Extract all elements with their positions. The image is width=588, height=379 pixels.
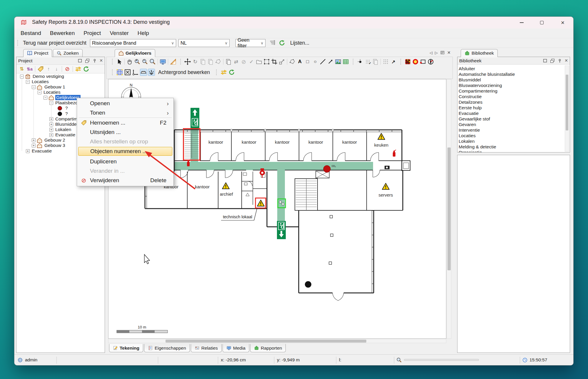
pan-tool-icon[interactable] [126,58,133,65]
menu-tonen[interactable]: Tonen› [78,108,172,118]
fire-extinguisher[interactable] [393,150,396,157]
library-item[interactable]: Bluswatervoorziening [459,83,563,88]
library-scrollbar-thumb[interactable] [566,75,568,130]
vertical-scrollbar[interactable] [447,79,451,339]
tab-relaties[interactable]: Relaties [191,344,222,352]
menu-uitsnijden[interactable]: Uitsnijden ... [78,128,172,137]
zoom-region-icon[interactable] [149,58,156,65]
expander-icon[interactable]: + [32,138,36,142]
close-panel-icon[interactable]: ✕ [564,58,568,63]
tab-list-icon[interactable] [440,50,445,55]
sort-alpha-icon[interactable]: ⇅a [26,66,33,73]
tree-item-locaties[interactable]: − Locaties [26,79,50,84]
filter-icon[interactable] [269,39,276,46]
library-item[interactable]: Locaties [459,133,563,139]
warning-triangle[interactable] [222,183,229,189]
lasso-icon[interactable] [215,58,222,65]
tab-bibliotheek[interactable]: Bibliotheek [461,49,498,57]
back-to-overview-button[interactable]: Terug naar project overzicht [23,40,86,46]
exit-sign-up[interactable] [191,108,199,128]
expander-icon[interactable]: − [38,90,41,94]
black-dot-symbol[interactable] [305,281,311,288]
tree-item-gelijkvloers[interactable]: − Gelijkvloers [44,95,81,100]
replace-icon[interactable]: ⇄ [233,58,240,65]
minimize-button[interactable] [515,18,528,27]
library-item[interactable]: Evacuatie [459,111,563,116]
snap-node-icon[interactable] [357,58,364,65]
menu-verwijderen[interactable]: ⊘ VerwijderenDelete [78,176,172,185]
text-tool-icon[interactable]: A [296,58,303,65]
pointer-tool-icon[interactable] [116,58,123,65]
float-panel-icon[interactable] [85,58,90,63]
expander-icon[interactable]: + [49,117,53,121]
warning-triangle[interactable] [257,200,264,206]
menu-openen[interactable]: Openen› [78,99,172,108]
zoom-in-icon[interactable]: + [134,58,141,65]
warning-triangle[interactable] [378,133,385,140]
maximize-panel-icon[interactable] [77,58,83,63]
tree-item-lokalen[interactable]: + Lokalen [49,127,72,132]
tree-item-demo-vestiging[interactable]: − Demo vestiging [20,74,65,79]
horizontal-scrollbar[interactable] [108,339,446,343]
sort-structure-icon[interactable]: ⇅ [18,66,25,73]
snap-angle-icon[interactable] [148,69,155,76]
library-scrollbar[interactable] [565,66,569,152]
warning-triangle[interactable] [382,183,389,190]
screen-icon[interactable] [159,58,166,65]
tree-item-locaties-2[interactable]: − Locaties [38,90,61,95]
arrow-tool-icon[interactable] [327,58,334,65]
refresh-icon[interactable] [228,69,235,76]
tab-media[interactable]: Media [223,344,249,352]
tab-gelijkvloers[interactable]: Gelijkvloers [115,49,155,57]
origin-icon[interactable] [132,69,139,76]
close-panel-icon[interactable]: ✕ [99,58,103,63]
library-item[interactable]: Automatische blusinstallatie [459,72,563,77]
ruler-toggle-icon[interactable] [140,69,147,76]
tab-rapporten[interactable]: Rapporten [250,344,286,352]
expander-icon[interactable]: + [26,149,30,153]
compass-icon[interactable] [427,58,434,65]
tree-item-plaatsbezoek[interactable]: − Plaatsbezo [49,100,79,105]
tree-item-blusmiddel[interactable]: + Blusmiddel [49,122,78,127]
menu-venster[interactable]: Venster [105,30,133,36]
tree-item-gebouw-3[interactable]: + Gebouw 3 [32,143,66,148]
crop-icon[interactable] [271,58,278,65]
tab-tekening[interactable]: Tekening [109,344,143,352]
paste-position-icon[interactable] [372,58,379,65]
rename-tag-icon[interactable] [37,66,44,73]
library-item[interactable]: Blusmiddel [459,77,563,83]
toolbar-grip[interactable] [17,40,19,46]
expander-icon[interactable]: − [44,96,47,100]
swap-icon[interactable] [220,69,227,76]
ellipse-tool-icon[interactable]: ○ [312,58,319,65]
pin-icon[interactable] [92,58,97,63]
library-item[interactable]: Detailzones [459,100,563,105]
float-panel-icon[interactable] [550,58,555,63]
library-item[interactable]: Gevaarlijke stof [459,116,563,122]
order-back-icon[interactable] [199,58,206,65]
menu-hernoemen[interactable]: Hernoemen ...F2 [78,118,172,128]
escape-route[interactable] [174,162,373,170]
expander-icon[interactable]: + [32,144,36,147]
library-item[interactable]: Organisatie [459,150,563,152]
order-front-icon[interactable] [207,58,214,65]
exit-sign-down[interactable] [277,221,286,239]
expander-icon[interactable]: + [49,128,53,132]
snap-grid-icon[interactable]: ✓ [364,58,371,65]
lists-button[interactable]: Lijsten... [290,40,309,46]
close-tab-icon[interactable]: ✕ [447,50,451,55]
tab-project[interactable]: Project [23,49,52,57]
grid-toggle-icon[interactable] [116,69,123,76]
move-tool-icon[interactable] [184,58,191,65]
block-icon[interactable]: ⊘ [64,66,71,73]
horizontal-scrollbar-thumb[interactable] [166,340,366,343]
tree-item-evacuatie-root[interactable]: + Evacuatie [26,148,53,154]
risk-analysis-select[interactable]: Risicoanalyse Brand∨ [90,39,176,47]
library-item[interactable]: Constructie [459,94,563,100]
camera-icon[interactable] [385,166,390,169]
expander-icon[interactable]: − [32,85,36,89]
library-item[interactable]: Afsluiter [459,66,563,72]
background-edit-button[interactable]: Achtergrond bewerken [158,69,210,76]
rotate-tool-icon[interactable]: ↻ [192,58,199,65]
menu-help[interactable]: Help [133,30,153,36]
